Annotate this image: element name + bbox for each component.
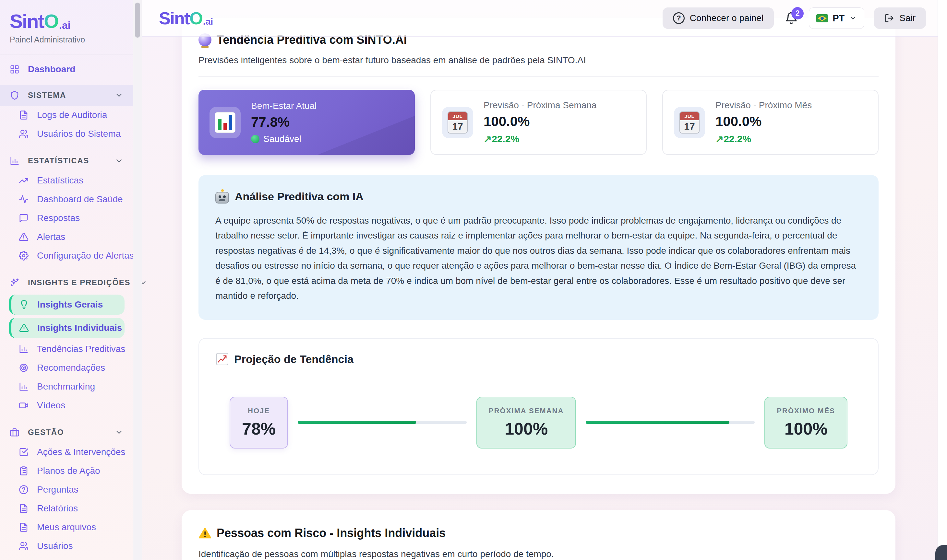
chevron-down-icon: [115, 157, 123, 165]
sidebar-section-estatisticas[interactable]: ESTATÍSTICAS: [0, 150, 133, 171]
language-select[interactable]: PT: [809, 8, 864, 29]
page-scrollbar[interactable]: [938, 0, 947, 560]
language-label: PT: [833, 13, 845, 24]
stat-value: 100.0%: [716, 114, 812, 129]
sparkles-icon: [10, 278, 20, 288]
sidebar-scrollbar-thumb[interactable]: [135, 3, 140, 38]
sidebar-item-recomendacoes[interactable]: Recomendações: [0, 358, 133, 377]
sidebar-item-label: Tendências Preditivas: [37, 344, 125, 354]
sidebar-item-logs-auditoria[interactable]: Logs de Auditoria: [0, 106, 133, 125]
sidebar-section-label: INSIGHTS E PREDIÇÕES: [28, 278, 130, 287]
sidebar-item-insights-individuais[interactable]: Insights Individuais: [9, 318, 125, 338]
file-text-icon: [19, 504, 29, 513]
sidebar-item-respostas[interactable]: Respostas: [0, 209, 133, 228]
logout-label: Sair: [899, 13, 916, 23]
sidebar-item-label: Configuração de Alertas: [37, 251, 134, 261]
sidebar-logo-block: SintO.ai Painel Administrativo: [0, 0, 142, 45]
sidebar-item-label: Meus arquivos: [37, 522, 96, 532]
sidebar-item-dashboard-saude[interactable]: Dashboard de Saúde: [0, 190, 133, 209]
predictive-subtitle: Previsões inteligentes sobre o bem-estar…: [199, 55, 879, 65]
sidebar-item-planos-acao[interactable]: Planos de Ação: [0, 462, 133, 480]
sidebar-divider: [0, 54, 142, 54]
alert-triangle-icon: [19, 232, 29, 242]
sidebar-item-config-alertas[interactable]: Configuração de Alertas: [0, 246, 133, 265]
stat-value: 100.0%: [484, 114, 597, 129]
logo-suffix: .ai: [59, 20, 71, 31]
projection-value: 100%: [785, 419, 828, 438]
logo-o: O: [44, 12, 59, 31]
projection-value: 78%: [242, 419, 276, 438]
sidebar-item-benchmarking[interactable]: Benchmarking: [0, 377, 133, 396]
logout-button[interactable]: Sair: [874, 8, 926, 29]
logo-o: O: [190, 9, 202, 27]
stats-row: Bem-Estar Atual 77.8% Saudável JUL 17: [199, 90, 879, 155]
help-button[interactable]: ? Conhecer o painel: [663, 8, 774, 29]
sidebar-item-label: Vídeos: [37, 400, 65, 411]
warning-icon: [199, 527, 211, 540]
sidebar-item-perguntas[interactable]: Perguntas: [0, 480, 133, 499]
divider: [199, 77, 879, 77]
chevron-down-icon: [115, 428, 123, 437]
sidebar-item-acoes-intervencoes[interactable]: Ações & Intervenções: [0, 443, 133, 462]
projection-row: HOJE 78% PRÓXIMA SEMANA 100% PRÓXIMO MÊS…: [216, 397, 861, 449]
risk-people-card: Pessoas com Risco - Insights Individuais…: [182, 510, 895, 560]
sidebar-nav: Dashboard SISTEMA Logs de Auditoria Usuá…: [0, 60, 133, 560]
page-scrollbar-thumb[interactable]: [935, 545, 947, 560]
sidebar-item-alertas[interactable]: Alertas: [0, 228, 133, 246]
sidebar-item-label: Relatórios: [37, 503, 78, 514]
question-icon: ?: [673, 12, 685, 24]
sidebar-item-usuarios-sistema[interactable]: Usuários do Sistema: [0, 125, 133, 143]
sidebar-item-estatisticas[interactable]: Estatísticas: [0, 171, 133, 190]
projection-point-today: HOJE 78%: [230, 397, 288, 449]
stat-texts: Previsão - Próxima Semana 100.0% ↗22.2%: [484, 100, 597, 145]
sidebar-item-dashboard[interactable]: Dashboard: [0, 60, 133, 79]
projection-label: PRÓXIMA SEMANA: [489, 407, 564, 415]
trending-up-icon: [19, 175, 29, 185]
sidebar-item-meus-arquivos[interactable]: Meus arquivos: [0, 518, 133, 537]
logo-suffix: .ai: [203, 17, 213, 26]
sidebar: SintO.ai Painel Administrativo Dashboard…: [0, 0, 142, 560]
stat-label: Previsão - Próxima Semana: [484, 100, 597, 111]
notifications-button[interactable]: 2: [784, 10, 799, 26]
sidebar-section-gestao[interactable]: GESTÃO: [0, 422, 133, 443]
sidebar-scrollbar[interactable]: [133, 0, 142, 560]
file-text-icon: [19, 110, 29, 120]
projection-connector: [586, 421, 755, 424]
sidebar-section-label: GESTÃO: [28, 428, 64, 437]
sidebar-item-usuarios[interactable]: Usuários: [0, 537, 133, 555]
projection-connector: [298, 421, 467, 424]
header-logo: SintO.ai: [159, 9, 213, 27]
stat-label: Previsão - Próximo Mês: [716, 100, 812, 111]
main-area: SintO.ai ? Conhecer o painel 2 PT Sair: [142, 0, 938, 560]
activity-icon: [19, 194, 29, 204]
stat-texts: Previsão - Próximo Mês 100.0% ↗22.2%: [716, 100, 812, 145]
stat-texts: Bem-Estar Atual 77.8% Saudável: [251, 101, 316, 144]
sidebar-item-label: Logs de Auditoria: [37, 110, 107, 120]
top-header: SintO.ai ? Conhecer o painel 2 PT Sair: [142, 0, 938, 37]
projection-value: 100%: [504, 419, 548, 438]
users-icon: [19, 129, 29, 139]
sidebar-section-label: ESTATÍSTICAS: [28, 156, 89, 165]
sidebar-item-videos[interactable]: Vídeos: [0, 396, 133, 415]
green-circle-icon: [251, 135, 259, 143]
check-square-icon: [19, 447, 29, 457]
sidebar-section-sistema[interactable]: SISTEMA: [0, 85, 133, 106]
ai-analysis-body: A equipe apresenta 50% de respostas nega…: [215, 213, 862, 304]
grid-icon: [10, 65, 20, 74]
calendar-month: JUL: [448, 112, 467, 120]
sidebar-item-insights-gerais[interactable]: Insights Gerais: [9, 295, 125, 315]
calendar-emoji-icon: JUL 17: [674, 107, 705, 138]
page-content: Tendëncia Preditiva com SINTO.AI Previsõ…: [142, 0, 938, 560]
bar-chart-icon: [19, 344, 29, 354]
sidebar-item-tendencias-preditivas[interactable]: Tendências Preditivas: [0, 340, 133, 358]
bar-chart-icon: [10, 156, 20, 166]
target-icon: [19, 363, 29, 373]
sidebar-item-relatorios[interactable]: Relatórios: [0, 499, 133, 518]
users-icon: [19, 541, 29, 551]
sidebar-item-importar-usuarios[interactable]: Importar Usuários: [0, 555, 133, 560]
calendar-day: 17: [680, 120, 699, 133]
projection-point-next-week: PRÓXIMA SEMANA 100%: [477, 397, 576, 449]
sidebar-section-insights[interactable]: INSIGHTS E PREDIÇÕES: [0, 272, 133, 293]
projection-label: HOJE: [248, 407, 270, 415]
shield-icon: [10, 91, 20, 100]
